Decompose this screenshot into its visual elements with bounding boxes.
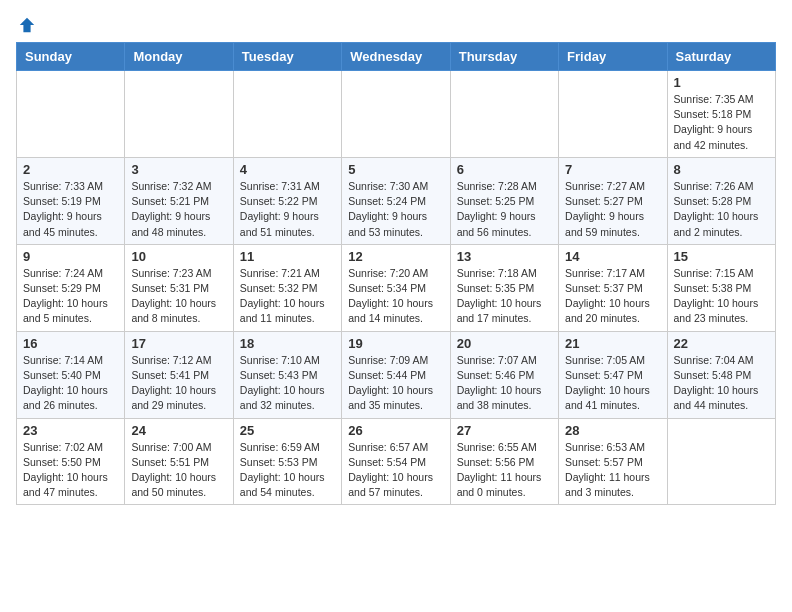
calendar-cell: 9Sunrise: 7:24 AM Sunset: 5:29 PM Daylig… [17,244,125,331]
day-number: 4 [240,162,335,177]
day-number: 10 [131,249,226,264]
day-info: Sunrise: 6:55 AM Sunset: 5:56 PM Dayligh… [457,440,552,501]
day-number: 7 [565,162,660,177]
week-row-4: 23Sunrise: 7:02 AM Sunset: 5:50 PM Dayli… [17,418,776,505]
day-number: 9 [23,249,118,264]
calendar-cell: 15Sunrise: 7:15 AM Sunset: 5:38 PM Dayli… [667,244,775,331]
calendar-cell: 6Sunrise: 7:28 AM Sunset: 5:25 PM Daylig… [450,157,558,244]
day-number: 14 [565,249,660,264]
day-number: 19 [348,336,443,351]
calendar-cell: 4Sunrise: 7:31 AM Sunset: 5:22 PM Daylig… [233,157,341,244]
day-info: Sunrise: 7:20 AM Sunset: 5:34 PM Dayligh… [348,266,443,327]
day-number: 1 [674,75,769,90]
logo [16,16,36,30]
day-info: Sunrise: 6:57 AM Sunset: 5:54 PM Dayligh… [348,440,443,501]
day-number: 6 [457,162,552,177]
day-info: Sunrise: 7:09 AM Sunset: 5:44 PM Dayligh… [348,353,443,414]
calendar-cell: 28Sunrise: 6:53 AM Sunset: 5:57 PM Dayli… [559,418,667,505]
calendar-cell: 8Sunrise: 7:26 AM Sunset: 5:28 PM Daylig… [667,157,775,244]
day-number: 3 [131,162,226,177]
calendar-cell: 12Sunrise: 7:20 AM Sunset: 5:34 PM Dayli… [342,244,450,331]
day-header-wednesday: Wednesday [342,43,450,71]
day-info: Sunrise: 7:12 AM Sunset: 5:41 PM Dayligh… [131,353,226,414]
day-info: Sunrise: 7:02 AM Sunset: 5:50 PM Dayligh… [23,440,118,501]
day-info: Sunrise: 7:17 AM Sunset: 5:37 PM Dayligh… [565,266,660,327]
day-number: 27 [457,423,552,438]
day-header-tuesday: Tuesday [233,43,341,71]
calendar-cell: 19Sunrise: 7:09 AM Sunset: 5:44 PM Dayli… [342,331,450,418]
calendar-cell [17,71,125,158]
calendar-cell: 17Sunrise: 7:12 AM Sunset: 5:41 PM Dayli… [125,331,233,418]
week-row-2: 9Sunrise: 7:24 AM Sunset: 5:29 PM Daylig… [17,244,776,331]
day-info: Sunrise: 7:30 AM Sunset: 5:24 PM Dayligh… [348,179,443,240]
day-info: Sunrise: 7:35 AM Sunset: 5:18 PM Dayligh… [674,92,769,153]
calendar-cell: 23Sunrise: 7:02 AM Sunset: 5:50 PM Dayli… [17,418,125,505]
day-info: Sunrise: 7:10 AM Sunset: 5:43 PM Dayligh… [240,353,335,414]
calendar-cell [450,71,558,158]
day-header-thursday: Thursday [450,43,558,71]
calendar-cell: 24Sunrise: 7:00 AM Sunset: 5:51 PM Dayli… [125,418,233,505]
day-number: 20 [457,336,552,351]
day-info: Sunrise: 7:27 AM Sunset: 5:27 PM Dayligh… [565,179,660,240]
day-info: Sunrise: 7:05 AM Sunset: 5:47 PM Dayligh… [565,353,660,414]
day-number: 8 [674,162,769,177]
calendar-cell [667,418,775,505]
day-number: 11 [240,249,335,264]
day-info: Sunrise: 7:31 AM Sunset: 5:22 PM Dayligh… [240,179,335,240]
calendar-cell: 22Sunrise: 7:04 AM Sunset: 5:48 PM Dayli… [667,331,775,418]
day-number: 5 [348,162,443,177]
day-header-saturday: Saturday [667,43,775,71]
day-info: Sunrise: 7:26 AM Sunset: 5:28 PM Dayligh… [674,179,769,240]
calendar-cell: 18Sunrise: 7:10 AM Sunset: 5:43 PM Dayli… [233,331,341,418]
day-number: 2 [23,162,118,177]
svg-marker-0 [20,18,34,32]
day-header-monday: Monday [125,43,233,71]
day-header-friday: Friday [559,43,667,71]
day-number: 18 [240,336,335,351]
calendar-cell: 25Sunrise: 6:59 AM Sunset: 5:53 PM Dayli… [233,418,341,505]
calendar-cell [559,71,667,158]
day-info: Sunrise: 7:00 AM Sunset: 5:51 PM Dayligh… [131,440,226,501]
week-row-0: 1Sunrise: 7:35 AM Sunset: 5:18 PM Daylig… [17,71,776,158]
calendar-cell: 5Sunrise: 7:30 AM Sunset: 5:24 PM Daylig… [342,157,450,244]
day-number: 15 [674,249,769,264]
calendar-cell: 11Sunrise: 7:21 AM Sunset: 5:32 PM Dayli… [233,244,341,331]
calendar-body: 1Sunrise: 7:35 AM Sunset: 5:18 PM Daylig… [17,71,776,505]
day-info: Sunrise: 6:59 AM Sunset: 5:53 PM Dayligh… [240,440,335,501]
calendar-cell: 27Sunrise: 6:55 AM Sunset: 5:56 PM Dayli… [450,418,558,505]
day-info: Sunrise: 7:21 AM Sunset: 5:32 PM Dayligh… [240,266,335,327]
calendar-table: SundayMondayTuesdayWednesdayThursdayFrid… [16,42,776,505]
day-info: Sunrise: 6:53 AM Sunset: 5:57 PM Dayligh… [565,440,660,501]
day-info: Sunrise: 7:23 AM Sunset: 5:31 PM Dayligh… [131,266,226,327]
calendar-cell: 2Sunrise: 7:33 AM Sunset: 5:19 PM Daylig… [17,157,125,244]
day-header-sunday: Sunday [17,43,125,71]
week-row-3: 16Sunrise: 7:14 AM Sunset: 5:40 PM Dayli… [17,331,776,418]
day-number: 12 [348,249,443,264]
calendar-cell: 14Sunrise: 7:17 AM Sunset: 5:37 PM Dayli… [559,244,667,331]
day-number: 28 [565,423,660,438]
logo-icon [18,16,36,34]
calendar-cell: 13Sunrise: 7:18 AM Sunset: 5:35 PM Dayli… [450,244,558,331]
calendar-cell [125,71,233,158]
day-number: 23 [23,423,118,438]
day-info: Sunrise: 7:33 AM Sunset: 5:19 PM Dayligh… [23,179,118,240]
day-number: 13 [457,249,552,264]
day-info: Sunrise: 7:14 AM Sunset: 5:40 PM Dayligh… [23,353,118,414]
day-info: Sunrise: 7:24 AM Sunset: 5:29 PM Dayligh… [23,266,118,327]
day-info: Sunrise: 7:15 AM Sunset: 5:38 PM Dayligh… [674,266,769,327]
calendar-cell: 16Sunrise: 7:14 AM Sunset: 5:40 PM Dayli… [17,331,125,418]
week-row-1: 2Sunrise: 7:33 AM Sunset: 5:19 PM Daylig… [17,157,776,244]
calendar-cell: 26Sunrise: 6:57 AM Sunset: 5:54 PM Dayli… [342,418,450,505]
day-info: Sunrise: 7:32 AM Sunset: 5:21 PM Dayligh… [131,179,226,240]
calendar-cell: 3Sunrise: 7:32 AM Sunset: 5:21 PM Daylig… [125,157,233,244]
calendar-cell: 20Sunrise: 7:07 AM Sunset: 5:46 PM Dayli… [450,331,558,418]
day-number: 25 [240,423,335,438]
calendar-header-row: SundayMondayTuesdayWednesdayThursdayFrid… [17,43,776,71]
calendar-cell: 21Sunrise: 7:05 AM Sunset: 5:47 PM Dayli… [559,331,667,418]
day-info: Sunrise: 7:07 AM Sunset: 5:46 PM Dayligh… [457,353,552,414]
calendar-cell: 1Sunrise: 7:35 AM Sunset: 5:18 PM Daylig… [667,71,775,158]
day-number: 21 [565,336,660,351]
day-number: 16 [23,336,118,351]
day-number: 22 [674,336,769,351]
day-number: 17 [131,336,226,351]
